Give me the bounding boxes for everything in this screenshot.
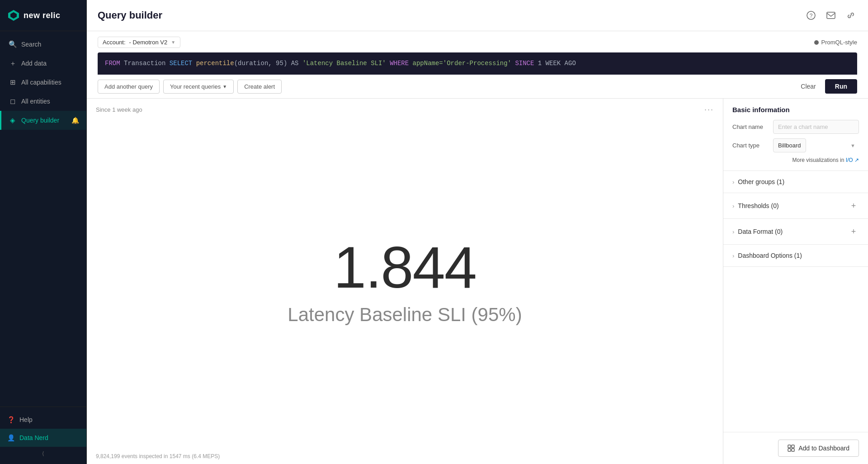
thresholds-right: +	[848, 200, 859, 211]
chart-type-label: Chart type	[732, 142, 773, 149]
help-icon: ❓	[7, 416, 15, 423]
plus-icon: ＋	[9, 59, 17, 67]
search-icon: 🔍	[9, 40, 17, 48]
thresholds-chevron-icon: ›	[732, 203, 734, 209]
sidebar-item-label-query-builder: Query builder	[21, 117, 59, 124]
svg-text:?: ?	[810, 13, 813, 19]
from-keyword: FROM	[105, 60, 120, 67]
run-button[interactable]: Run	[825, 79, 857, 94]
create-alert-button[interactable]: Create alert	[237, 80, 282, 94]
svg-rect-5	[788, 445, 791, 448]
svg-rect-4	[827, 12, 835, 19]
recent-queries-label: Your recent queries	[170, 83, 221, 90]
add-another-query-button[interactable]: Add another query	[98, 80, 160, 94]
viz-link: More visualizations in I/O ↗	[732, 157, 859, 163]
viz-link-text: More visualizations in	[793, 157, 846, 163]
func-name: percentile	[192, 60, 234, 67]
chart-type-wrapper: Billboard ▼	[773, 138, 859, 152]
data-format-right: +	[848, 226, 859, 237]
chart-type-row: Chart type Billboard ▼	[732, 138, 859, 152]
chart-time-label: Since 1 week ago	[96, 106, 142, 113]
sidebar-item-query-builder[interactable]: ◈ Query builder 🔔	[0, 111, 86, 130]
app-name: new relic	[24, 11, 61, 20]
sidebar-item-label-help: Help	[19, 416, 33, 423]
func-args: (duration, 95)	[234, 60, 288, 67]
table-name: Transaction	[120, 60, 170, 67]
add-to-dashboard-label: Add to Dashboard	[798, 445, 849, 452]
thresholds-left: › Thresholds (0)	[732, 202, 779, 209]
sidebar: new relic 🔍 Search ＋ Add data ⊞ All capa…	[0, 0, 87, 464]
where-condition: appName='Order-Processing'	[413, 60, 511, 67]
new-relic-logo-icon	[7, 9, 20, 22]
thresholds-header[interactable]: › Thresholds (0) +	[723, 193, 868, 218]
chart-menu-button[interactable]: ···	[704, 105, 714, 114]
basic-info-title: Basic information	[732, 106, 859, 114]
clear-button[interactable]: Clear	[795, 80, 821, 93]
account-dropdown-icon: ▼	[171, 40, 175, 45]
mail-icon[interactable]	[825, 9, 837, 22]
recent-queries-button[interactable]: Your recent queries ▼	[163, 80, 234, 94]
chart-name-row: Chart name	[732, 120, 859, 134]
data-format-header[interactable]: › Data Format (0) +	[723, 219, 868, 244]
sidebar-item-help[interactable]: ❓ Help	[0, 411, 86, 429]
sidebar-item-search[interactable]: 🔍 Search	[0, 35, 86, 54]
logo-area: new relic	[0, 0, 86, 31]
grid-icon: ⊞	[9, 78, 17, 86]
query-toolbar: Add another query Your recent queries ▼ …	[98, 75, 857, 98]
sidebar-item-label-all-capabilities: All capabilities	[21, 79, 61, 86]
dashboard-options-label: Dashboard Options (1)	[738, 252, 802, 259]
promql-label: PromQL-style	[821, 39, 857, 46]
other-groups-chevron-icon: ›	[732, 179, 734, 185]
recent-queries-chevron-icon: ▼	[222, 84, 227, 89]
thresholds-add-button[interactable]: +	[848, 200, 859, 211]
select-keyword: SELECT	[170, 60, 192, 67]
sidebar-collapse-button[interactable]: ⟨	[0, 447, 86, 460]
chart-container: Since 1 week ago ··· 1.844 Latency Basel…	[87, 99, 723, 464]
sidebar-item-label-search: Search	[21, 41, 41, 48]
query-area: Account: - Demotron V2 ▼ PromQL-style FR…	[87, 31, 868, 99]
topbar: Query builder ?	[87, 0, 868, 31]
topbar-actions: ?	[805, 9, 857, 22]
sidebar-item-all-entities[interactable]: ◻ All entities	[0, 92, 86, 111]
promql-style-toggle[interactable]: PromQL-style	[814, 39, 857, 46]
add-to-dashboard-button[interactable]: Add to Dashboard	[778, 440, 859, 457]
other-groups-header[interactable]: › Other groups (1)	[723, 171, 868, 193]
billboard-metric-label: Latency Baseline SLI (95%)	[288, 304, 522, 326]
where-keyword: WHERE	[386, 60, 413, 67]
svg-rect-6	[792, 445, 794, 448]
chart-name-input[interactable]	[773, 120, 859, 134]
sidebar-item-add-data[interactable]: ＋ Add data	[0, 54, 86, 73]
billboard-value: 1.844	[334, 238, 476, 297]
select-chevron-icon: ▼	[850, 143, 855, 148]
query-icon: ◈	[9, 116, 17, 124]
account-label: Account:	[103, 39, 126, 46]
chart-type-select[interactable]: Billboard	[773, 138, 806, 152]
promql-dot-icon	[814, 40, 819, 45]
viz-link-anchor[interactable]: I/O ↗	[846, 157, 859, 163]
help-circle-icon[interactable]: ?	[805, 9, 817, 22]
basic-info-section: Basic information Chart name Chart type …	[723, 99, 868, 171]
collapse-icon: ⟨	[42, 450, 44, 457]
entities-icon: ◻	[9, 97, 17, 105]
svg-rect-8	[792, 449, 794, 451]
page-title: Query builder	[98, 9, 162, 21]
chart-name-label: Chart name	[732, 123, 773, 130]
dashboard-options-left: › Dashboard Options (1)	[732, 252, 802, 259]
link-icon[interactable]	[844, 9, 857, 22]
chart-body: 1.844 Latency Baseline SLI (95%)	[87, 114, 723, 449]
account-selector[interactable]: Account: - Demotron V2 ▼	[98, 37, 180, 48]
data-format-section: › Data Format (0) +	[723, 219, 868, 245]
svg-rect-7	[788, 449, 791, 451]
data-format-add-button[interactable]: +	[848, 226, 859, 237]
thresholds-section: › Thresholds (0) +	[723, 193, 868, 219]
sidebar-item-label-add-data: Add data	[21, 60, 47, 67]
sidebar-item-all-capabilities[interactable]: ⊞ All capabilities	[0, 73, 86, 92]
query-editor[interactable]: FROM Transaction SELECT percentile(durat…	[98, 52, 857, 75]
thresholds-label: Thresholds (0)	[738, 202, 778, 209]
sidebar-item-data-nerd[interactable]: 👤 Data Nerd	[0, 429, 86, 447]
dashboard-icon	[788, 445, 795, 452]
other-groups-section: › Other groups (1)	[723, 171, 868, 193]
as-keyword: AS	[287, 60, 302, 67]
dashboard-options-header[interactable]: › Dashboard Options (1)	[723, 245, 868, 266]
sidebar-nav: 🔍 Search ＋ Add data ⊞ All capabilities ◻…	[0, 31, 86, 407]
